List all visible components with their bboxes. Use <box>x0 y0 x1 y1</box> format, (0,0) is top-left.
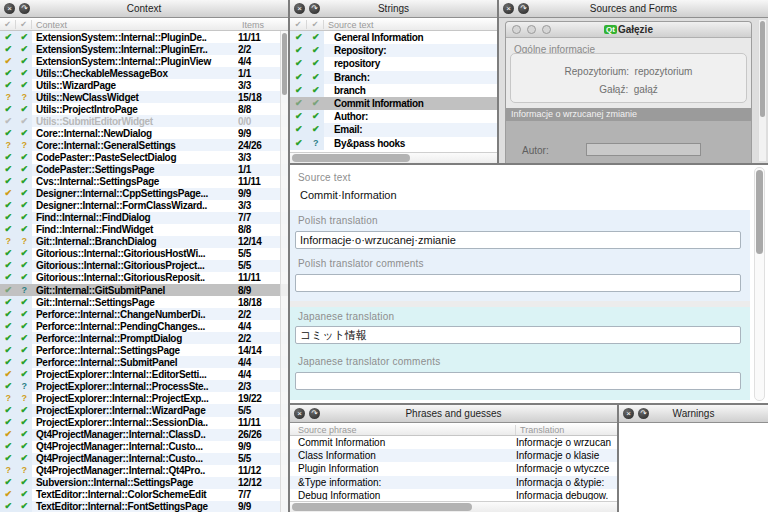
close-icon[interactable]: × <box>294 408 305 419</box>
context-row[interactable]: ✔✔ProjectExplorer::Internal::WizardPage5… <box>0 404 288 416</box>
string-row[interactable]: ✔✔Repository: <box>290 44 497 57</box>
context-row[interactable]: ✔✔Utils::ProjectIntroPage8/8 <box>0 103 288 115</box>
phrase-row[interactable]: Commit InformationInformacje o wrzucan <box>290 436 617 449</box>
string-row[interactable]: ✔✔repository <box>290 57 497 70</box>
context-row[interactable]: ✔✔ExtensionSystem::Internal::PluginErr..… <box>0 43 288 55</box>
phrase-row[interactable]: &Type information:Informacja o &typie: <box>290 476 617 489</box>
phrases-column-header[interactable]: Source phrase Translation <box>290 424 617 436</box>
green-check-icon: ✔ <box>16 212 32 224</box>
polish-translator-comments-input[interactable] <box>295 274 741 292</box>
context-scrollbar-thumb[interactable] <box>282 33 287 95</box>
context-name: ProjectExplorer::Internal::SessionDia.. <box>32 417 238 428</box>
context-row[interactable]: ✔✔Cvs::Internal::SettingsPage11/11 <box>0 176 288 188</box>
context-name: Git::Internal::GitSubmitPanel <box>32 285 238 296</box>
context-row[interactable]: ✔?ProjectExplorer::Internal::ProcessSte.… <box>0 380 288 392</box>
phrase-row[interactable]: Class InformationInformacje o klasie <box>290 449 617 462</box>
green-check-icon: ✔ <box>16 429 32 441</box>
green-check-icon: ✔ <box>0 79 16 91</box>
sources-panel-title: Sources and Forms <box>499 3 768 14</box>
form-preview-window: QtGałęzie Ogólne informacje Repozytorium… <box>505 21 752 163</box>
context-row[interactable]: ✔✔Qt4ProjectManager::Internal::ClassD..2… <box>0 429 288 441</box>
string-row[interactable]: ✔✔General Information <box>290 31 497 44</box>
context-row[interactable]: ✔✔ProjectExplorer::Internal::EditorSetti… <box>0 368 288 380</box>
float-icon[interactable]: ↷ <box>19 3 30 14</box>
context-row[interactable]: ??Core::Internal::GeneralSettings24/26 <box>0 139 288 151</box>
context-row[interactable]: ✔✔Perforce::Internal::SettingsPage14/14 <box>0 344 288 356</box>
editor-vertical-scrollbar[interactable] <box>754 167 765 401</box>
context-row[interactable]: ✔✔Find::Internal::FindWidget8/8 <box>0 224 288 236</box>
context-row[interactable]: ✔✔TextEditor::Internal::ColorSchemeEdit7… <box>0 489 288 501</box>
polish-translation-input[interactable] <box>295 231 741 249</box>
context-row[interactable]: ✔✔CodePaster::PasteSelectDialog3/3 <box>0 151 288 163</box>
context-name: Qt4ProjectManager::Internal::Custo... <box>32 441 238 452</box>
context-row[interactable]: ✔✔CodePaster::SettingsPage1/1 <box>0 164 288 176</box>
context-row[interactable]: ??ProjectExplorer::Internal::ProjectExp.… <box>0 392 288 404</box>
context-row[interactable]: ??Qt4ProjectManager::Internal::Qt4Pro..1… <box>0 465 288 477</box>
context-row[interactable]: ✔✔Utils::WizardPage3/3 <box>0 79 288 91</box>
japanese-translation-input[interactable] <box>295 326 741 344</box>
japanese-translator-comments-input[interactable] <box>295 372 741 390</box>
phrases-panel-header: × ↷ Phrases and guesses <box>290 405 617 423</box>
context-column-header[interactable]: ✔ ✔ Context Items <box>0 19 288 31</box>
context-row[interactable]: ✔✔Find::Internal::FindDialog7/7 <box>0 212 288 224</box>
green-check-icon: ✔ <box>0 501 16 512</box>
green-check-icon: ✔ <box>16 308 32 320</box>
context-panel-title: Context <box>0 3 288 14</box>
context-row[interactable]: ✔✔Perforce::Internal::PromptDialog2/2 <box>0 332 288 344</box>
string-row[interactable]: ✔✔Commit Information <box>290 97 497 110</box>
context-row[interactable]: ✔✔Qt4ProjectManager::Internal::Custo...5… <box>0 453 288 465</box>
context-row[interactable]: ✔✔Designer::Internal::CppSettingsPage...… <box>0 188 288 200</box>
context-row[interactable]: ✔✔Gitorious::Internal::GitoriousProject.… <box>0 260 288 272</box>
phrase-row[interactable]: Debug InformationInformacja debugow. <box>290 489 617 500</box>
context-row[interactable]: ✔✔Qt4ProjectManager::Internal::Custo...9… <box>0 441 288 453</box>
context-row[interactable]: ✔✔Perforce::Internal::SubmitPanel4/4 <box>0 356 288 368</box>
context-row[interactable]: ✔✔TextEditor::Internal::FontSettingsPage… <box>0 501 288 512</box>
context-row[interactable]: ✔?Git::Internal::GitSubmitPanel8/9 <box>0 284 288 296</box>
context-row[interactable]: ✔✔Designer::Internal::FormClassWizard..3… <box>0 200 288 212</box>
close-icon[interactable]: × <box>4 3 15 14</box>
string-row[interactable]: ✔✔Branch: <box>290 71 497 84</box>
strings-panel-header: × ↷ Strings <box>290 0 497 18</box>
sources-scrollbar-thumb[interactable] <box>760 21 765 117</box>
phrase-row[interactable]: Plugin InformationInformacje o wtyczce <box>290 462 617 475</box>
green-check-icon: ✔ <box>16 151 32 163</box>
context-row[interactable]: ✔✔ProjectExplorer::Internal::SessionDia.… <box>0 417 288 429</box>
context-name: Core::Internal::NewDialog <box>32 128 238 139</box>
sources-vertical-scrollbar[interactable] <box>758 20 766 161</box>
phrases-panel-title: Phrases and guesses <box>290 408 617 419</box>
context-row[interactable]: ✔✔Core::Internal::NewDialog9/9 <box>0 127 288 139</box>
float-icon[interactable]: ↷ <box>309 3 320 14</box>
strings-horizontal-scrollbar[interactable] <box>290 152 497 163</box>
string-row[interactable]: ✔✔Email: <box>290 123 497 136</box>
close-icon[interactable]: × <box>623 408 634 419</box>
float-icon[interactable]: ↷ <box>518 3 529 14</box>
context-row[interactable]: ✔✔Perforce::Internal::ChangeNumberDi..2/… <box>0 308 288 320</box>
context-row[interactable]: ✔✔ExtensionSystem::Internal::PluginView4… <box>0 55 288 67</box>
strings-scrollbar-thumb[interactable] <box>292 154 410 162</box>
editor-scrollbar-thumb[interactable] <box>756 170 763 254</box>
context-vertical-scrollbar[interactable] <box>280 31 288 512</box>
context-row[interactable]: ✔✔Subversion::Internal::SettingsPage12/1… <box>0 477 288 489</box>
yellow-check-icon: ✔ <box>0 188 16 200</box>
context-row[interactable]: ✔✔Utils::SubmitEditorWidget0/0 <box>0 115 288 127</box>
phrases-scrollbar-thumb[interactable] <box>292 503 472 511</box>
phrase-translation-cell: Informacje o klasie <box>516 450 617 461</box>
context-row[interactable]: ✔✔Gitorious::Internal::GitoriousReposit.… <box>0 272 288 284</box>
context-row[interactable]: ✔✔Gitorious::Internal::GitoriousHostWi..… <box>0 248 288 260</box>
float-icon[interactable]: ↷ <box>638 408 649 419</box>
context-row[interactable]: ✔✔Perforce::Internal::PendingChanges...4… <box>0 320 288 332</box>
close-icon[interactable]: × <box>294 3 305 14</box>
context-row[interactable]: ??Utils::NewClassWidget15/18 <box>0 91 288 103</box>
context-row[interactable]: ??Git::Internal::BranchDialog12/14 <box>0 236 288 248</box>
string-row[interactable]: ✔✔branch <box>290 84 497 97</box>
string-row[interactable]: ✔?By&pass hooks <box>290 137 497 150</box>
phrases-horizontal-scrollbar[interactable] <box>290 501 617 512</box>
context-row[interactable]: ✔✔ExtensionSystem::Internal::PluginDe..1… <box>0 31 288 43</box>
strings-column-header[interactable]: ✔ ✔ Source text <box>290 19 497 31</box>
float-icon[interactable]: ↷ <box>309 408 320 419</box>
close-icon[interactable]: × <box>503 3 514 14</box>
string-row[interactable]: ✔✔Author: <box>290 110 497 123</box>
context-row[interactable]: ✔✔Utils::CheckableMessageBox1/1 <box>0 67 288 79</box>
context-row[interactable]: ✔✔Git::Internal::SettingsPage18/18 <box>0 296 288 308</box>
sources-panel-header: × ↷ Sources and Forms <box>499 0 768 18</box>
